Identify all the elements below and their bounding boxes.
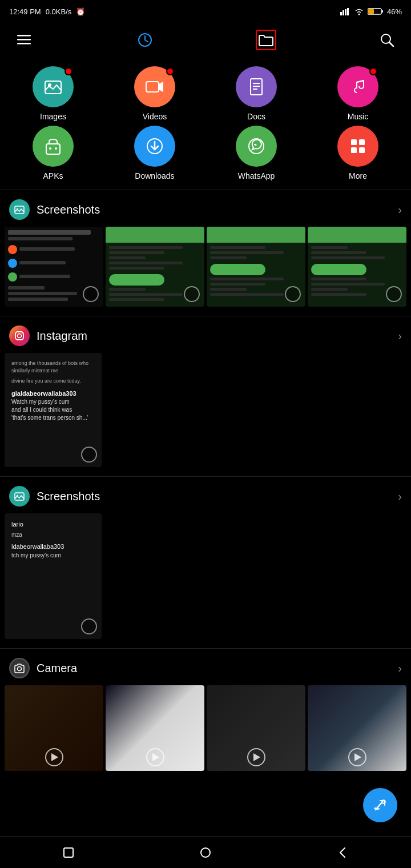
camera-thumb-1[interactable]: [5, 685, 103, 771]
battery-icon: [368, 7, 384, 15]
menu-button[interactable]: [14, 30, 34, 50]
insta-line2: divine fire you are come today.: [11, 377, 95, 385]
play-btn-1[interactable]: [45, 748, 63, 766]
fab-clean[interactable]: [363, 788, 397, 822]
nav-back-button[interactable]: [331, 841, 354, 864]
category-apks[interactable]: APKs: [5, 126, 102, 180]
thumb-select-2[interactable]: [184, 286, 200, 302]
svg-point-35: [22, 333, 23, 334]
svg-point-23: [49, 147, 51, 150]
camera-thumb-4[interactable]: [308, 685, 406, 771]
insta-line1: among the thousands of bots who similarl…: [11, 360, 95, 374]
svg-rect-3: [347, 8, 349, 15]
instagram-thumbs: among the thousands of bots who similarl…: [0, 353, 411, 476]
svg-rect-9: [17, 39, 31, 41]
svg-line-13: [389, 42, 393, 46]
screenshots-1-icon: [9, 199, 30, 220]
bottom-nav: [0, 836, 411, 868]
camera-header[interactable]: Camera ›: [0, 649, 411, 685]
status-bar: 12:49 PM 0.0KB/s ⏰: [0, 0, 411, 23]
thumb-select-1[interactable]: [83, 286, 99, 302]
svg-line-21: [357, 81, 364, 82]
camera-header-left: Camera: [9, 658, 77, 678]
svg-rect-29: [351, 147, 357, 153]
play-btn-2[interactable]: [146, 748, 164, 766]
svg-rect-30: [359, 147, 365, 153]
s2-line3: ldabeorwallaba303: [11, 542, 95, 551]
downloads-label: Downloads: [135, 171, 174, 180]
s2-line1: lario: [11, 520, 95, 529]
docs-label: Docs: [247, 112, 265, 121]
instagram-header[interactable]: Instagram ›: [0, 316, 411, 353]
instagram-title: Instagram: [37, 329, 87, 343]
svg-rect-36: [15, 493, 24, 500]
svg-point-34: [18, 334, 22, 338]
insta-select[interactable]: [81, 447, 97, 463]
thumb-select-3[interactable]: [285, 286, 301, 302]
instagram-header-left: Instagram: [9, 326, 87, 346]
status-network: 0.0KB/s: [46, 7, 72, 16]
top-nav: [0, 23, 411, 57]
category-grid: Images Videos D: [0, 57, 411, 190]
screenshot-thumb-1[interactable]: [5, 227, 103, 307]
history-button[interactable]: [135, 30, 155, 50]
camera-title: Camera: [37, 662, 77, 675]
svg-rect-28: [359, 139, 365, 145]
thumb-select-4[interactable]: [386, 286, 402, 302]
images-label: Images: [40, 112, 66, 121]
screenshots-1-header[interactable]: Screenshots ›: [0, 190, 411, 227]
folder-button[interactable]: [256, 30, 276, 50]
nav-square-button[interactable]: [57, 841, 80, 864]
category-icon-images: [33, 66, 74, 107]
svg-point-24: [55, 147, 57, 150]
svg-rect-27: [351, 139, 357, 145]
s2-line4: tch my pussy's cum: [11, 552, 95, 560]
category-icon-downloads: [134, 126, 175, 167]
screenshots-2-thumb-1[interactable]: lario mza ldabeorwallaba303 tch my pussy…: [5, 513, 102, 639]
svg-point-41: [201, 848, 210, 857]
screenshots-2-title: Screenshots: [37, 490, 100, 503]
category-more[interactable]: More: [309, 126, 406, 180]
svg-rect-40: [64, 848, 73, 857]
whatsapp-label: WhatsApp: [238, 171, 275, 180]
play-btn-4[interactable]: [348, 748, 366, 766]
svg-rect-1: [342, 10, 344, 15]
insta-line3: gialdabeorwallaba303: [11, 389, 95, 398]
music-label: Music: [348, 112, 369, 121]
search-button[interactable]: [377, 30, 397, 50]
category-icon-music: [337, 66, 378, 107]
screenshots-2-chevron: ›: [398, 490, 402, 503]
screenshots-1-thumbs: [0, 227, 411, 316]
s2-line2: mza: [11, 531, 95, 539]
signal-icon: [340, 7, 350, 15]
screenshots-2-icon: [9, 486, 30, 507]
camera-thumb-2[interactable]: [106, 685, 204, 771]
play-btn-3[interactable]: [247, 748, 265, 766]
camera-icon: [9, 658, 30, 678]
screenshot-thumb-3[interactable]: [207, 227, 305, 307]
camera-thumb-3[interactable]: [207, 685, 305, 771]
category-images[interactable]: Images: [5, 66, 102, 121]
nav-home-button[interactable]: [194, 841, 217, 864]
category-icon-whatsapp: [236, 126, 277, 167]
s2-select[interactable]: [81, 618, 97, 634]
screenshot-thumb-2[interactable]: [106, 227, 204, 307]
category-music[interactable]: Music: [309, 66, 406, 121]
svg-rect-0: [340, 12, 342, 15]
screenshots-1-header-left: Screenshots: [9, 199, 100, 220]
insta-line4: Watch my pussy's cum: [11, 398, 95, 406]
images-badge: [65, 67, 72, 75]
category-downloads[interactable]: Downloads: [106, 126, 203, 180]
screenshots-2-header[interactable]: Screenshots ›: [0, 477, 411, 513]
screenshot-thumb-4[interactable]: [308, 227, 406, 307]
category-videos[interactable]: Videos: [106, 66, 203, 121]
svg-rect-7: [368, 9, 374, 14]
screenshots-2-thumbs: lario mza ldabeorwallaba303 tch my pussy…: [0, 513, 411, 648]
instagram-thumb-1[interactable]: among the thousands of bots who similarl…: [5, 353, 102, 467]
category-docs[interactable]: Docs: [208, 66, 305, 121]
category-whatsapp[interactable]: WhatsApp: [208, 126, 305, 180]
wifi-icon: [354, 7, 364, 15]
status-time: 12:49 PM: [9, 7, 41, 16]
category-icon-more: [337, 126, 378, 167]
instagram-icon: [9, 326, 30, 346]
